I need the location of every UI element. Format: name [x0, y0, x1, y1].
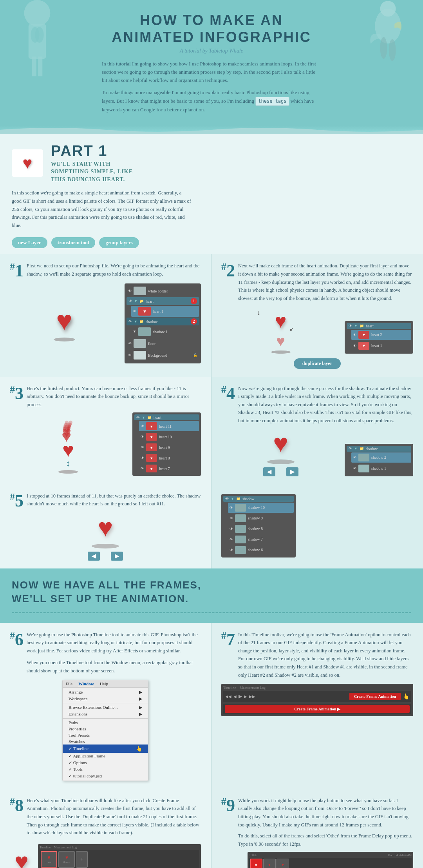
duplicate-layer-btn[interactable]: duplicate layer	[294, 358, 341, 369]
step2-layers: 👁 ▼ 📁 heart 👁 ♥ heart 2 👁 ♥ heart 1	[345, 321, 413, 354]
svg-point-8	[380, 37, 387, 59]
step4-number: #4	[221, 385, 235, 402]
part1-section: ♥ PART 1 WE'LL START WITH SOMETHING SIMP…	[0, 134, 423, 254]
heart-icon: ♥	[23, 154, 33, 173]
part1-body: In this section we're going to make a si…	[12, 189, 192, 229]
header-body: In this tutorial I'm going to show you h…	[102, 60, 321, 114]
step6-number: #6	[10, 631, 24, 648]
header-section: HOW TO MAKE AN ANIMATED INFOGRAPHIC A tu…	[0, 0, 423, 126]
menu-tool-presets[interactable]: Tool Presets	[63, 732, 148, 738]
step4-heart: ♥	[273, 429, 288, 458]
step9-body1: While you work it might help to use the …	[238, 797, 413, 829]
step2-panel: #2 Next we'll make each frame of the hea…	[212, 254, 423, 376]
svg-point-9	[389, 39, 396, 61]
menu-tutorial[interactable]: ✓ tutorial copy.psd	[63, 773, 148, 779]
step3-body: Here's the finished product. Yours can h…	[27, 385, 201, 409]
menu-timeline[interactable]: ✓ Timeline 👆	[63, 745, 148, 753]
menu-options[interactable]: ✓ Options	[63, 759, 148, 766]
steps-row-2: #3 Here's the finished product. Yours ca…	[0, 377, 423, 484]
tags-row: new Layer transform tool group layers	[12, 237, 411, 248]
steps-row-1: #1 First we need to set up our Photoshop…	[0, 254, 423, 376]
deco-left	[12, 0, 63, 78]
menu-arrange[interactable]: Arrange ▶	[63, 689, 148, 695]
step5-left-panel: #5 I stopped at 10 frames instead of 11,…	[0, 484, 212, 569]
tag-new-layer[interactable]: new Layer	[12, 237, 47, 248]
step2-heart-orig: ♥	[276, 332, 285, 350]
timeline-toolbar: Timeline Measurement Log ◀◀ ◀ ▶ ▶ ▶▶ Cre…	[221, 684, 413, 716]
tag-transform-tool[interactable]: transform tool	[51, 237, 96, 248]
svg-point-7	[380, 1, 396, 16]
step2-heart-move: ♥	[275, 310, 287, 332]
step1-heart: ♥	[56, 305, 72, 337]
menu-workspace[interactable]: Workspace ▶	[63, 695, 148, 702]
wave-divider	[0, 126, 423, 134]
menu-app-frame[interactable]: ✓ Application Frame	[63, 753, 148, 759]
steps-row-5: #8 Here's what your Timeline toolbar wil…	[0, 789, 423, 868]
animation-title-line2: WE'LL SET UP THE ANIMATION.	[12, 593, 189, 605]
step1-panel: #1 First we need to set up our Photoshop…	[0, 254, 212, 376]
menu-tools[interactable]: ✓ Tools	[63, 766, 148, 773]
deco-right	[360, 0, 411, 78]
animation-heading-section: NOW WE HAVE ALL THE FRAMES, WE'LL SET UP…	[0, 568, 423, 623]
main-title: HOW TO MAKE AN ANIMATED INFOGRAPHIC	[8, 12, 415, 45]
step9-number: #9	[221, 797, 235, 814]
step6-body2: When you open the Timeline tool from the…	[27, 659, 201, 675]
step3-panel: #3 Here's the finished product. Yours ca…	[0, 377, 212, 484]
create-animation-btn-display[interactable]: Create Frame Animation ▶	[225, 705, 410, 713]
menu-browse-ext[interactable]: Browse Extensions Online... ▶	[63, 704, 148, 711]
part-title: PART 1	[51, 143, 149, 158]
step1-body: First we need to set up our Photoshop fi…	[27, 262, 201, 278]
create-frame-animation-btn[interactable]: Create Frame Animation	[349, 693, 401, 700]
step1-layers: 👁 white border 👁 ▼ 📁 heart 1 👁 ♥ heart 1	[125, 283, 201, 363]
menu-paths[interactable]: Paths	[63, 719, 148, 726]
step9-panel: #9 While you work it might help to use t…	[212, 789, 423, 868]
step6-body1: We're going to use the Photoshop Timelin…	[27, 631, 201, 655]
step7-panel: #7 In this Timeline toolbar, we're going…	[212, 623, 423, 789]
step2-body: Next we'll make each frame of the heart …	[238, 262, 413, 302]
highlight-tag: these tags	[255, 97, 289, 106]
animation-title-line1: NOW WE HAVE ALL THE FRAMES,	[12, 579, 201, 591]
svg-point-0	[24, 0, 51, 26]
step6-panel: #6 We're going to use the Photoshop Time…	[0, 623, 212, 789]
menu-extensions[interactable]: Extensions ▶	[63, 711, 148, 717]
menu-properties[interactable]: Properties	[63, 726, 148, 732]
tag-group-layers[interactable]: group layers	[99, 237, 139, 248]
step8-timeline: Timeline Measurement Log ♥ 0 sec. ♥ 0 se…	[38, 844, 201, 868]
step5-number: #5	[10, 492, 24, 510]
menu-swatches[interactable]: Swatches	[63, 738, 148, 745]
steps-row-4: #6 We're going to use the Photoshop Time…	[0, 623, 423, 789]
menu-file[interactable]: File	[66, 681, 72, 686]
heart-preview-box: ♥	[12, 149, 43, 177]
part-subtitle: WE'LL START WITH SOMETHING SIMPLE, LIKE …	[51, 160, 149, 183]
step8-number: #8	[10, 797, 24, 814]
window-menu: File Window Help Arrange ▶ Workspace ▶ B…	[62, 680, 148, 781]
step2-number: #2	[221, 262, 235, 280]
step4-layers: 👁 ▼ 📁 shadow 👁 shadow 2 👁 shadow 1	[345, 444, 413, 476]
step5-right-panel: 👁 ▼ 📁 shadow 👁 shadow 10 👁 shadow 9 👁 sh…	[212, 484, 423, 569]
menu-help[interactable]: Help	[100, 681, 108, 686]
subtitle: A tutorial by Tabletop Whale	[8, 48, 415, 54]
steps-row-3: #5 I stopped at 10 frames instead of 11,…	[0, 484, 423, 569]
step7-body: In this Timeline toolbar, we're going to…	[238, 631, 413, 679]
step8-body: Here's what your Timeline toolbar will l…	[27, 797, 201, 837]
step8-panel: #8 Here's what your Timeline toolbar wil…	[0, 789, 212, 868]
step1-number: #1	[10, 262, 24, 280]
svg-rect-5	[38, 56, 42, 76]
step9-body2: To do this, select all of the frames and…	[238, 832, 413, 848]
svg-rect-4	[32, 56, 36, 76]
step5-layers: 👁 ▼ 📁 shadow 👁 shadow 10 👁 shadow 9 👁 sh…	[221, 494, 296, 557]
step3-number: #3	[10, 385, 24, 402]
part1-header: ♥ PART 1 WE'LL START WITH SOMETHING SIMP…	[12, 143, 411, 183]
step4-panel: #4 Now we're going to go through the sam…	[212, 377, 423, 484]
svg-point-3	[35, 27, 43, 43]
step5-body: I stopped at 10 frames instead of 11, bu…	[27, 492, 201, 508]
step4-body: Now we're going to go through the same p…	[238, 385, 413, 425]
step3-layers: 👁 ▼ 📁 heart 👁 ♥ heart 11 👁 ♥ heart 10 👁	[132, 412, 201, 476]
menu-window[interactable]: Window	[78, 681, 94, 686]
step9-timeline: 100% Doc: 545.6K/4.4M ♥ ♥ ♥	[248, 852, 413, 868]
step7-number: #7	[221, 631, 235, 648]
